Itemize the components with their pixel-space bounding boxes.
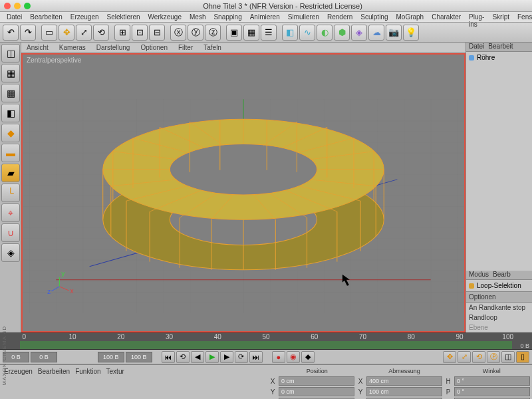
menu-mesh[interactable]: Mesh [186, 12, 209, 22]
point-mode[interactable]: ◆ [1, 124, 20, 142]
menu-charakter[interactable]: Charakter [428, 12, 465, 22]
generator-primitive[interactable]: ⬢ [334, 25, 350, 41]
mat-tab-bearbeiten[interactable]: Bearbeiten [38, 368, 70, 375]
menu-bearbeiten[interactable]: Bearbeiten [26, 12, 66, 22]
undo-button[interactable]: ↶ [3, 25, 19, 41]
snap-mode[interactable]: ⌖ [1, 203, 20, 222]
key-layout-button[interactable]: ▯ [516, 351, 529, 363]
dim-x-input[interactable]: 400 cm [366, 376, 442, 386]
deformer-primitive[interactable]: ◈ [351, 25, 367, 41]
play-button[interactable]: ▶ [205, 351, 219, 363]
option-randkante[interactable]: An Randkante stop [466, 303, 532, 313]
viewtab-filter[interactable]: Filter [176, 43, 196, 53]
keyframe-button[interactable]: ◆ [301, 351, 315, 363]
viewtab-darstellung[interactable]: Darstellung [94, 43, 133, 53]
goto-start-button[interactable]: ⏮ [162, 351, 175, 363]
render-settings-button[interactable]: ☰ [261, 25, 277, 41]
menu-mograph[interactable]: MoGraph [392, 12, 428, 22]
key-scale-button[interactable]: ⤢ [458, 351, 471, 363]
timeline-range[interactable] [20, 341, 512, 349]
viewtab-optionen[interactable]: Optionen [138, 43, 170, 53]
mat-tab-textur[interactable]: Textur [106, 368, 124, 375]
menu-erzeugen[interactable]: Erzeugen [66, 12, 103, 22]
om-tab-bearbeiten[interactable]: Bearbeit [488, 43, 513, 51]
scale-tool[interactable]: ⤢ [76, 25, 92, 41]
history-button[interactable]: ⊞ [114, 25, 130, 41]
end-frame-input[interactable] [126, 352, 152, 362]
goto-end-button[interactable]: ⏭ [249, 351, 263, 363]
attr-tab-modus[interactable]: Modus [469, 271, 489, 279]
option-randloop[interactable]: Randloop [466, 313, 532, 323]
rotate-tool[interactable]: ⟲ [93, 25, 109, 41]
axis-mode[interactable]: └ [1, 184, 20, 202]
total-frame-input[interactable] [98, 352, 124, 362]
current-frame-input[interactable] [31, 352, 57, 362]
y-axis-button[interactable]: ⓨ [188, 25, 203, 41]
prev-key-button[interactable]: ⟲ [176, 351, 190, 363]
menu-plugins[interactable]: Plug-ins [465, 12, 488, 22]
menu-sculpting[interactable]: Sculpting [356, 12, 392, 22]
next-frame-button[interactable]: ▶ [220, 351, 233, 363]
menu-skript[interactable]: Skript [488, 12, 513, 22]
x-axis-button[interactable]: ⓧ [170, 25, 186, 41]
key-pla-button[interactable]: ◫ [501, 351, 515, 363]
ang-h-input[interactable]: 0 ° [454, 376, 530, 386]
light-primitive[interactable]: 💡 [403, 25, 419, 41]
viewport[interactable]: Zentralperspektive [21, 53, 466, 332]
model-mode[interactable]: ◫ [1, 44, 20, 63]
menu-animieren[interactable]: Animieren [246, 12, 284, 22]
menu-datei[interactable]: Datei [3, 12, 26, 22]
key-param-button[interactable]: Ⓟ [487, 351, 500, 363]
magnet-mode[interactable]: ∪ [1, 223, 20, 242]
menu-fenster[interactable]: Fenst [513, 12, 532, 22]
pos-y-input[interactable]: 0 cm [279, 387, 354, 396]
move-tool[interactable]: ✥ [59, 25, 74, 41]
render-region-button[interactable]: ▦ [243, 25, 259, 41]
mat-tab-erzeugen[interactable]: Erzeugen [4, 368, 33, 375]
viewtab-ansicht[interactable]: Ansicht [24, 43, 51, 53]
viewtab-kameras[interactable]: Kameras [57, 43, 88, 53]
environment-primitive[interactable]: ☁ [368, 25, 384, 41]
option-ebene[interactable]: Ebene [466, 323, 532, 332]
camera-primitive[interactable]: 📷 [386, 25, 402, 41]
spline-primitive[interactable]: ∿ [299, 25, 315, 41]
mat-tab-funktion[interactable]: Funktion [75, 368, 100, 375]
nurbs-primitive[interactable]: ◐ [317, 25, 332, 41]
options-section[interactable]: Optionen [466, 291, 532, 303]
render-button[interactable]: ▣ [226, 25, 242, 41]
menu-snapping[interactable]: Snapping [209, 12, 245, 22]
edge-mode[interactable]: ▬ [1, 144, 20, 162]
pos-x-input[interactable]: 0 cm [279, 376, 354, 386]
viewtab-tafeln[interactable]: Tafeln [201, 43, 224, 53]
coords-button[interactable]: ⊟ [149, 25, 165, 41]
next-key-button[interactable]: ⟳ [235, 351, 248, 363]
texture-mode[interactable]: ▩ [1, 84, 20, 102]
key-pos-button[interactable]: ✥ [443, 351, 456, 363]
autokey-button[interactable]: ◉ [287, 351, 300, 363]
lock-button[interactable]: ⊡ [132, 25, 148, 41]
minimize-icon[interactable] [14, 3, 21, 9]
dim-y-input[interactable]: 100 cm [366, 387, 442, 396]
workplane-mode[interactable]: ◧ [1, 104, 20, 122]
soft-mode[interactable]: ◈ [1, 243, 20, 262]
timeline[interactable]: 0102030405060708090100 0 B [0, 332, 532, 350]
menu-werkzeuge[interactable]: Werkzeuge [144, 12, 186, 22]
redo-button[interactable]: ↷ [20, 25, 36, 41]
menu-selektieren[interactable]: Selektieren [103, 12, 144, 22]
om-tab-datei[interactable]: Datei [469, 43, 484, 51]
select-tool[interactable]: ▭ [41, 25, 57, 41]
menu-simulieren[interactable]: Simulieren [284, 12, 323, 22]
key-rot-button[interactable]: ⟲ [472, 351, 485, 363]
menu-rendern[interactable]: Rendern [323, 12, 356, 22]
object-mode[interactable]: ▦ [1, 64, 20, 82]
tool-item[interactable]: Loop-Selektion [466, 280, 532, 291]
close-icon[interactable] [4, 3, 11, 9]
prev-frame-button[interactable]: ◀ [191, 351, 204, 363]
record-button[interactable]: ● [272, 351, 285, 363]
attr-tab-bearbeiten[interactable]: Bearb [493, 271, 511, 279]
z-axis-button[interactable]: ⓩ [205, 25, 221, 41]
object-item[interactable]: Röhre [466, 52, 532, 63]
polygon-mode[interactable]: ▰ [1, 164, 20, 182]
ang-p-input[interactable]: 0 ° [454, 387, 530, 396]
maximize-icon[interactable] [24, 3, 31, 9]
